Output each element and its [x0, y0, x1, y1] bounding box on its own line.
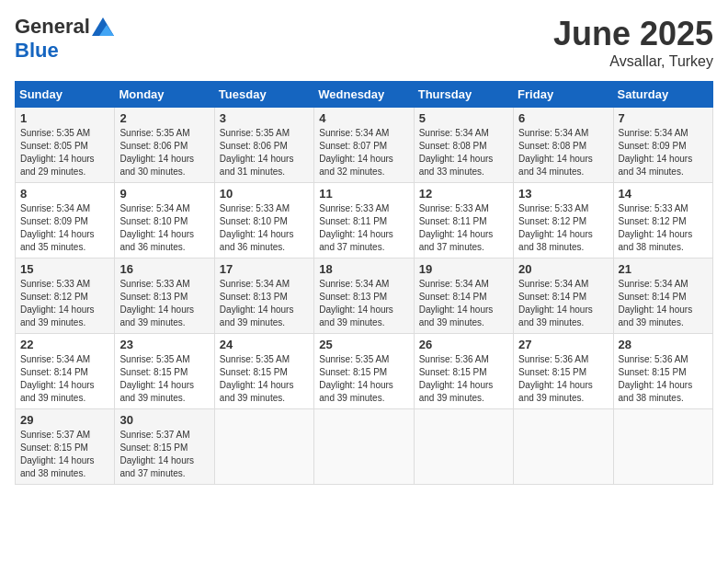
day-number: 19 [419, 262, 508, 276]
day-info: Sunrise: 5:37 AMSunset: 8:15 PMDaylight:… [119, 430, 194, 478]
location: Avsallar, Turkey [553, 53, 713, 70]
day-number: 12 [419, 187, 508, 201]
day-info: Sunrise: 5:34 AMSunset: 8:14 PMDaylight:… [518, 279, 593, 327]
day-info: Sunrise: 5:37 AMSunset: 8:15 PMDaylight:… [20, 430, 95, 478]
day-info: Sunrise: 5:34 AMSunset: 8:14 PMDaylight:… [619, 279, 693, 327]
day-info: Sunrise: 5:36 AMSunset: 8:15 PMDaylight:… [619, 354, 693, 403]
table-cell [514, 409, 613, 485]
table-row: 29 Sunrise: 5:37 AMSunset: 8:15 PMDaylig… [16, 409, 713, 485]
day-number: 13 [518, 187, 608, 201]
header-row: Sunday Monday Tuesday Wednesday Thursday… [16, 82, 713, 108]
col-tuesday: Tuesday [214, 82, 313, 108]
col-saturday: Saturday [613, 82, 712, 108]
day-number: 29 [20, 413, 109, 427]
day-number: 24 [220, 338, 309, 351]
table-cell: 24 Sunrise: 5:35 AMSunset: 8:15 PMDaylig… [214, 334, 313, 409]
table-cell: 21 Sunrise: 5:34 AMSunset: 8:14 PMDaylig… [613, 259, 712, 334]
day-info: Sunrise: 5:35 AMSunset: 8:15 PMDaylight:… [319, 354, 393, 403]
table-cell: 17 Sunrise: 5:34 AMSunset: 8:13 PMDaylig… [214, 259, 313, 334]
day-info: Sunrise: 5:34 AMSunset: 8:13 PMDaylight:… [220, 279, 294, 327]
table-cell: 3 Sunrise: 5:35 AMSunset: 8:06 PMDayligh… [214, 108, 313, 183]
day-number: 3 [220, 111, 309, 125]
table-cell: 5 Sunrise: 5:34 AMSunset: 8:08 PMDayligh… [414, 108, 513, 183]
day-info: Sunrise: 5:34 AMSunset: 8:13 PMDaylight:… [319, 279, 393, 327]
day-number: 17 [220, 262, 309, 276]
table-cell [314, 409, 414, 485]
table-cell: 14 Sunrise: 5:33 AMSunset: 8:12 PMDaylig… [613, 183, 712, 259]
table-cell: 19 Sunrise: 5:34 AMSunset: 8:14 PMDaylig… [414, 259, 513, 334]
table-cell [214, 409, 313, 485]
day-info: Sunrise: 5:34 AMSunset: 8:08 PMDaylight:… [518, 128, 593, 177]
col-thursday: Thursday [414, 82, 513, 108]
day-number: 22 [20, 338, 109, 351]
day-info: Sunrise: 5:33 AMSunset: 8:10 PMDaylight:… [220, 203, 294, 252]
table-cell: 30 Sunrise: 5:37 AMSunset: 8:15 PMDaylig… [115, 409, 214, 485]
day-number: 26 [419, 338, 508, 351]
day-number: 25 [319, 338, 408, 351]
day-number: 27 [518, 338, 608, 351]
table-cell: 4 Sunrise: 5:34 AMSunset: 8:07 PMDayligh… [314, 108, 414, 183]
day-info: Sunrise: 5:34 AMSunset: 8:14 PMDaylight:… [20, 354, 95, 403]
table-cell: 28 Sunrise: 5:36 AMSunset: 8:15 PMDaylig… [613, 334, 712, 409]
table-cell [414, 409, 513, 485]
day-info: Sunrise: 5:34 AMSunset: 8:10 PMDaylight:… [119, 203, 194, 252]
table-cell: 26 Sunrise: 5:36 AMSunset: 8:15 PMDaylig… [414, 334, 513, 409]
logo-blue-text: Blue [15, 39, 59, 63]
day-number: 6 [518, 111, 608, 125]
table-cell: 20 Sunrise: 5:34 AMSunset: 8:14 PMDaylig… [514, 259, 613, 334]
day-number: 9 [119, 187, 209, 201]
table-cell: 27 Sunrise: 5:36 AMSunset: 8:15 PMDaylig… [514, 334, 613, 409]
day-number: 1 [20, 111, 109, 125]
calendar-table: Sunday Monday Tuesday Wednesday Thursday… [15, 81, 713, 485]
table-cell: 29 Sunrise: 5:37 AMSunset: 8:15 PMDaylig… [16, 409, 115, 485]
day-number: 18 [319, 262, 408, 276]
day-info: Sunrise: 5:33 AMSunset: 8:11 PMDaylight:… [419, 203, 494, 252]
page-header: General Blue June 2025 Avsallar, Turkey [15, 15, 713, 70]
table-cell [613, 409, 712, 485]
table-cell: 15 Sunrise: 5:33 AMSunset: 8:12 PMDaylig… [16, 259, 115, 334]
day-number: 2 [119, 111, 209, 125]
day-info: Sunrise: 5:34 AMSunset: 8:14 PMDaylight:… [419, 279, 494, 327]
table-cell: 25 Sunrise: 5:35 AMSunset: 8:15 PMDaylig… [314, 334, 414, 409]
table-cell: 12 Sunrise: 5:33 AMSunset: 8:11 PMDaylig… [414, 183, 513, 259]
col-friday: Friday [514, 82, 613, 108]
table-cell: 2 Sunrise: 5:35 AMSunset: 8:06 PMDayligh… [115, 108, 214, 183]
table-row: 15 Sunrise: 5:33 AMSunset: 8:12 PMDaylig… [16, 259, 713, 334]
logo-general-text: General [15, 15, 90, 39]
table-cell: 8 Sunrise: 5:34 AMSunset: 8:09 PMDayligh… [16, 183, 115, 259]
table-cell: 22 Sunrise: 5:34 AMSunset: 8:14 PMDaylig… [16, 334, 115, 409]
day-number: 11 [319, 187, 408, 201]
day-number: 23 [119, 338, 209, 351]
col-monday: Monday [115, 82, 214, 108]
col-wednesday: Wednesday [314, 82, 414, 108]
day-info: Sunrise: 5:35 AMSunset: 8:15 PMDaylight:… [119, 354, 194, 403]
logo: General Blue [15, 15, 114, 63]
day-number: 5 [419, 111, 508, 125]
day-number: 14 [619, 187, 708, 201]
table-row: 1 Sunrise: 5:35 AMSunset: 8:05 PMDayligh… [16, 108, 713, 183]
day-info: Sunrise: 5:33 AMSunset: 8:12 PMDaylight:… [518, 203, 593, 252]
table-cell: 18 Sunrise: 5:34 AMSunset: 8:13 PMDaylig… [314, 259, 414, 334]
day-info: Sunrise: 5:35 AMSunset: 8:06 PMDaylight:… [220, 128, 294, 177]
day-number: 21 [619, 262, 708, 276]
day-number: 4 [319, 111, 408, 125]
day-info: Sunrise: 5:33 AMSunset: 8:13 PMDaylight:… [119, 279, 194, 327]
table-cell: 7 Sunrise: 5:34 AMSunset: 8:09 PMDayligh… [613, 108, 712, 183]
table-cell: 9 Sunrise: 5:34 AMSunset: 8:10 PMDayligh… [115, 183, 214, 259]
day-number: 28 [619, 338, 708, 351]
table-cell: 16 Sunrise: 5:33 AMSunset: 8:13 PMDaylig… [115, 259, 214, 334]
table-cell: 1 Sunrise: 5:35 AMSunset: 8:05 PMDayligh… [16, 108, 115, 183]
table-row: 8 Sunrise: 5:34 AMSunset: 8:09 PMDayligh… [16, 183, 713, 259]
day-info: Sunrise: 5:34 AMSunset: 8:08 PMDaylight:… [419, 128, 494, 177]
table-cell: 6 Sunrise: 5:34 AMSunset: 8:08 PMDayligh… [514, 108, 613, 183]
day-number: 15 [20, 262, 109, 276]
day-info: Sunrise: 5:35 AMSunset: 8:06 PMDaylight:… [119, 128, 194, 177]
day-info: Sunrise: 5:36 AMSunset: 8:15 PMDaylight:… [419, 354, 494, 403]
title-block: June 2025 Avsallar, Turkey [553, 15, 713, 70]
logo-icon [92, 17, 114, 36]
day-info: Sunrise: 5:36 AMSunset: 8:15 PMDaylight:… [518, 354, 593, 403]
table-cell: 23 Sunrise: 5:35 AMSunset: 8:15 PMDaylig… [115, 334, 214, 409]
day-number: 16 [119, 262, 209, 276]
day-info: Sunrise: 5:34 AMSunset: 8:09 PMDaylight:… [20, 203, 95, 252]
table-cell: 11 Sunrise: 5:33 AMSunset: 8:11 PMDaylig… [314, 183, 414, 259]
